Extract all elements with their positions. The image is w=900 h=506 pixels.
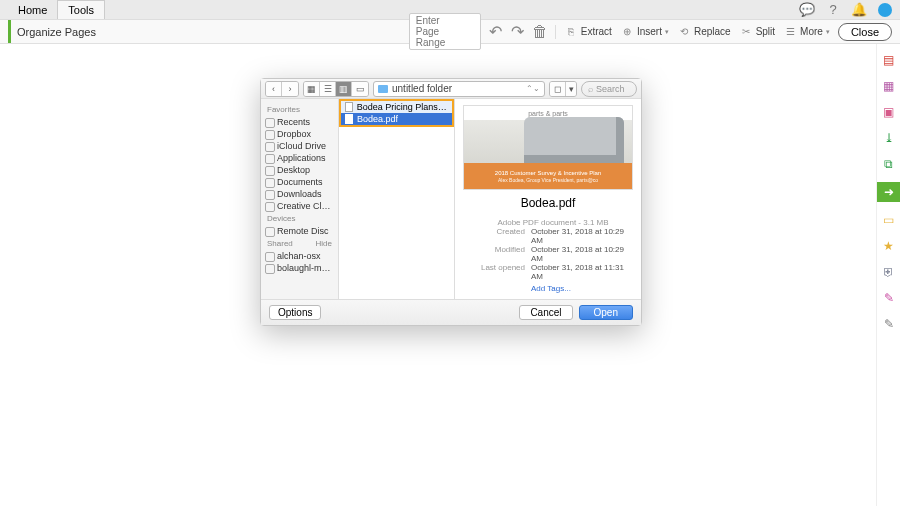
thumb-band: 2018 Customer Survey & Incentive Plan Al… xyxy=(464,163,632,189)
sidebar-item-creativecloud[interactable]: Creative Cloud... xyxy=(261,200,338,212)
split-label: Split xyxy=(756,26,775,37)
nav-seg: ‹ › xyxy=(265,81,299,97)
tag-menu[interactable]: ▾ xyxy=(566,82,576,96)
split-button[interactable]: ✂Split xyxy=(739,25,775,39)
sidebar-head-shared: SharedHide xyxy=(261,237,338,250)
chevron-updown-icon: ⌃⌄ xyxy=(526,84,540,93)
tag-button[interactable]: ◻ xyxy=(550,82,566,96)
sidebar-item-icloud[interactable]: iCloud Drive xyxy=(261,140,338,152)
meta-value: October 31, 2018 at 11:31 AM xyxy=(531,263,633,281)
open-file-dialog: ‹ › ▦ ☰ ▥ ▭ untitled folder ⌃⌄ ◻ ▾ ⌕ Sea… xyxy=(260,78,642,326)
page-range-input[interactable]: Enter Page Range xyxy=(409,13,481,50)
more-button[interactable]: ☰More ▾ xyxy=(783,25,830,39)
add-tags-link[interactable]: Add Tags... xyxy=(531,284,633,293)
replace-button[interactable]: ⟲Replace xyxy=(677,25,731,39)
dialog-sidebar: Favorites Recents Dropbox iCloud Drive A… xyxy=(261,99,339,299)
meta-value: October 31, 2018 at 10:29 AM xyxy=(531,245,633,263)
bell-icon[interactable]: 🔔 xyxy=(852,3,866,17)
sidebar-item-shared-1[interactable]: bolaughl-mac... xyxy=(261,262,338,274)
meta-value: October 31, 2018 at 10:29 AM xyxy=(531,227,633,245)
sidebar-item-dropbox[interactable]: Dropbox xyxy=(261,128,338,140)
sidebar-item-documents[interactable]: Documents xyxy=(261,176,338,188)
file-icon xyxy=(345,114,353,124)
pdf-icon[interactable]: ▤ xyxy=(881,52,897,68)
view-seg: ▦ ☰ ▥ ▭ xyxy=(303,81,369,97)
export-icon[interactable]: ⤓ xyxy=(881,130,897,146)
rotate-right-icon[interactable]: ↷ xyxy=(511,25,525,39)
preview-kind: Adobe PDF document - 3.1 MB xyxy=(473,218,633,227)
shield-icon[interactable]: ⛨ xyxy=(881,264,897,280)
preview-title: Bodea.pdf xyxy=(521,196,576,210)
send-icon[interactable]: ➜ xyxy=(877,182,901,202)
sidebar-item-shared-0[interactable]: alchan-osx xyxy=(261,250,338,262)
rotate-left-icon[interactable]: ↶ xyxy=(489,25,503,39)
meta-key: Modified xyxy=(467,245,525,263)
combine-icon[interactable]: ⧉ xyxy=(881,156,897,172)
options-button[interactable]: Options xyxy=(269,305,321,320)
tab-home[interactable]: Home xyxy=(8,1,57,19)
extract-button[interactable]: ⎘Extract xyxy=(564,25,612,39)
search-placeholder: Search xyxy=(596,84,625,94)
folder-icon xyxy=(378,85,388,93)
path-label: untitled folder xyxy=(392,83,452,94)
redact-icon[interactable]: ✎ xyxy=(881,316,897,332)
insert-icon: ⊕ xyxy=(620,25,634,39)
sidebar-item-applications[interactable]: Applications xyxy=(261,152,338,164)
comment-icon[interactable]: ▭ xyxy=(881,212,897,228)
sidebar-item-remotedisc[interactable]: Remote Disc xyxy=(261,225,338,237)
organize-icon[interactable]: ▦ xyxy=(881,78,897,94)
meta-key: Last opened xyxy=(467,263,525,281)
search-icon: ⌕ xyxy=(588,84,593,94)
insert-label: Insert xyxy=(637,26,662,37)
file-name: Bodea Pricing Plans.pdf xyxy=(357,102,448,112)
extract-label: Extract xyxy=(581,26,612,37)
path-selector[interactable]: untitled folder ⌃⌄ xyxy=(373,81,545,97)
thumb-band-sub: Alex Bodea, Group Vice President, parts@… xyxy=(498,177,598,183)
view-list[interactable]: ☰ xyxy=(320,82,336,96)
more-icon: ☰ xyxy=(783,25,797,39)
insert-button[interactable]: ⊕Insert ▾ xyxy=(620,25,669,39)
sidebar-item-recents[interactable]: Recents xyxy=(261,116,338,128)
thumb-image xyxy=(464,120,632,163)
thumb-band-title: 2018 Customer Survey & Incentive Plan xyxy=(495,170,601,176)
more-label: More xyxy=(800,26,823,37)
star-icon[interactable]: ★ xyxy=(881,238,897,254)
preview-thumbnail: parts & parts 2018 Customer Survey & Inc… xyxy=(463,105,633,190)
sidebar-item-downloads[interactable]: Downloads xyxy=(261,188,338,200)
tag-seg: ◻ ▾ xyxy=(549,81,577,97)
file-row[interactable]: Bodea Pricing Plans.pdf xyxy=(339,99,454,113)
avatar[interactable] xyxy=(878,3,892,17)
preview-pane: parts & parts 2018 Customer Survey & Inc… xyxy=(455,99,641,299)
dialog-toolbar: ‹ › ▦ ☰ ▥ ▭ untitled folder ⌃⌄ ◻ ▾ ⌕ Sea… xyxy=(261,79,641,99)
view-columns[interactable]: ▥ xyxy=(336,82,352,96)
split-icon: ✂ xyxy=(739,25,753,39)
back-button[interactable]: ‹ xyxy=(266,82,282,96)
view-icons[interactable]: ▦ xyxy=(304,82,320,96)
meta-key: Created xyxy=(467,227,525,245)
organize-toolbar: Organize Pages Enter Page Range ↶ ↷ 🗑 ⎘E… xyxy=(0,20,900,44)
stamp-icon[interactable]: ▣ xyxy=(881,104,897,120)
right-rail: ▤ ▦ ▣ ⤓ ⧉ ➜ ▭ ★ ⛨ ✎ ✎ xyxy=(876,44,900,506)
forward-button[interactable]: › xyxy=(282,82,298,96)
extract-icon: ⎘ xyxy=(564,25,578,39)
search-input[interactable]: ⌕ Search xyxy=(581,81,637,97)
cancel-button[interactable]: Cancel xyxy=(519,305,572,320)
view-gallery[interactable]: ▭ xyxy=(352,82,368,96)
file-name: Bodea.pdf xyxy=(357,114,398,124)
file-row[interactable]: Bodea.pdf xyxy=(339,113,454,127)
file-list: Bodea Pricing Plans.pdf Bodea.pdf xyxy=(339,99,455,299)
sidebar-item-desktop[interactable]: Desktop xyxy=(261,164,338,176)
sign-icon[interactable]: ✎ xyxy=(881,290,897,306)
dialog-footer: Options Cancel Open xyxy=(261,299,641,325)
sidebar-hide[interactable]: Hide xyxy=(316,239,332,248)
replace-label: Replace xyxy=(694,26,731,37)
delete-icon[interactable]: 🗑 xyxy=(533,25,547,39)
file-icon xyxy=(345,102,353,112)
sidebar-head-favorites: Favorites xyxy=(261,103,338,116)
open-button[interactable]: Open xyxy=(579,305,633,320)
sidebar-head-devices: Devices xyxy=(261,212,338,225)
page-title: Organize Pages xyxy=(8,20,96,43)
replace-icon: ⟲ xyxy=(677,25,691,39)
tab-tools[interactable]: Tools xyxy=(57,0,105,19)
close-button[interactable]: Close xyxy=(838,23,892,41)
